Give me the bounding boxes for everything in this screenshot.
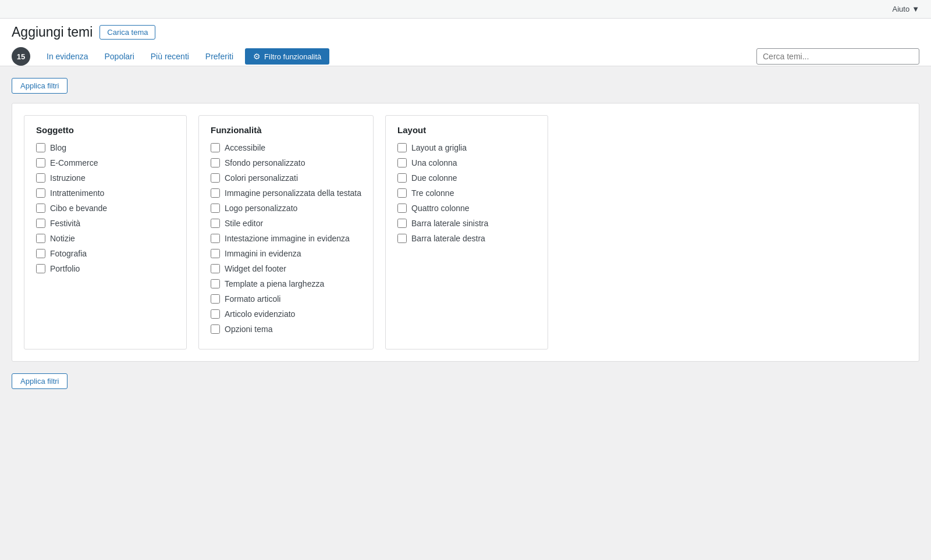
checkbox-due-colonne-label: Due colonne bbox=[411, 173, 457, 183]
checkbox-colori-personalizzati-input[interactable] bbox=[211, 173, 220, 183]
checkbox-intestazione-immagine-input[interactable] bbox=[211, 234, 220, 243]
checkbox-template-piena-larghezza-input[interactable] bbox=[211, 279, 220, 288]
apply-filters-bottom-button[interactable]: Applica filtri bbox=[12, 373, 67, 389]
apply-filters-top-button[interactable]: Applica filtri bbox=[12, 78, 67, 94]
checkbox-barra-laterale-sinistra-input[interactable] bbox=[397, 219, 407, 228]
tabs-row: 15 In evidenza Popolari Più recenti Pref… bbox=[12, 47, 919, 66]
checkbox-tre-colonne-input[interactable] bbox=[397, 188, 407, 198]
checkbox-cibo-bevande-label: Cibo e bevande bbox=[50, 204, 107, 213]
checkbox-stile-editor[interactable]: Stile editor bbox=[211, 219, 361, 228]
checkbox-ecommerce-label: E-Commerce bbox=[50, 158, 98, 167]
checkbox-istruzione-label: Istruzione bbox=[50, 173, 86, 183]
checkbox-ecommerce-input[interactable] bbox=[36, 158, 45, 167]
checkbox-intrattenimento[interactable]: Intrattenimento bbox=[36, 188, 175, 198]
checkbox-blog-input[interactable] bbox=[36, 143, 45, 152]
checkbox-widget-footer-label: Widget del footer bbox=[225, 264, 286, 273]
checkbox-una-colonna-label: Una colonna bbox=[411, 158, 457, 167]
checkbox-tre-colonne-label: Tre colonne bbox=[411, 188, 454, 198]
checkbox-logo-personalizzato-label: Logo personalizzato bbox=[225, 204, 297, 213]
checkbox-opzioni-tema[interactable]: Opzioni tema bbox=[211, 324, 361, 334]
checkbox-accessibile-label: Accessibile bbox=[225, 143, 265, 152]
checkbox-portfolio[interactable]: Portfolio bbox=[36, 264, 175, 273]
checkbox-blog[interactable]: Blog bbox=[36, 143, 175, 152]
checkbox-colori-personalizzati[interactable]: Colori personalizzati bbox=[211, 173, 361, 183]
carica-tema-button[interactable]: Carica tema bbox=[100, 25, 155, 40]
checkbox-festivita-input[interactable] bbox=[36, 219, 45, 228]
checkbox-barra-laterale-destra-input[interactable] bbox=[397, 234, 407, 243]
checkbox-barra-laterale-sinistra[interactable]: Barra laterale sinistra bbox=[397, 219, 536, 228]
checkbox-sfondo-personalizzato[interactable]: Sfondo personalizzato bbox=[211, 158, 361, 167]
tab-in-evidenza[interactable]: In evidenza bbox=[40, 47, 95, 67]
checkbox-fotografia[interactable]: Fotografia bbox=[36, 249, 175, 258]
funzionalita-title: Funzionalità bbox=[211, 125, 361, 135]
page-title-row: Aggiungi temi Carica tema bbox=[12, 24, 919, 47]
main-content: Applica filtri Soggetto Blog E-Commerce … bbox=[0, 66, 931, 410]
checkbox-due-colonne-input[interactable] bbox=[397, 173, 407, 183]
checkbox-istruzione[interactable]: Istruzione bbox=[36, 173, 175, 183]
filter-section-funzionalita: Funzionalità Accessibile Sfondo personal… bbox=[198, 115, 374, 349]
checkbox-layout-griglia-input[interactable] bbox=[397, 143, 407, 152]
checkbox-portfolio-label: Portfolio bbox=[50, 264, 80, 273]
checkbox-quattro-colonne[interactable]: Quattro colonne bbox=[397, 204, 536, 213]
tab-popolari[interactable]: Popolari bbox=[98, 47, 141, 67]
checkbox-una-colonna[interactable]: Una colonna bbox=[397, 158, 536, 167]
checkbox-barra-laterale-destra-label: Barra laterale destra bbox=[411, 234, 485, 243]
checkbox-immagine-testata[interactable]: Immagine personalizzata della testata bbox=[211, 188, 361, 198]
checkbox-formato-articoli-input[interactable] bbox=[211, 294, 220, 304]
checkbox-notizie[interactable]: Notizie bbox=[36, 234, 175, 243]
checkbox-articolo-evidenziato[interactable]: Articolo evidenziato bbox=[211, 309, 361, 319]
checkbox-intrattenimento-label: Intrattenimento bbox=[50, 188, 104, 198]
checkbox-quattro-colonne-input[interactable] bbox=[397, 204, 407, 213]
checkbox-articolo-evidenziato-input[interactable] bbox=[211, 309, 220, 319]
aiuto-button[interactable]: Aiuto ▼ bbox=[892, 5, 919, 13]
checkbox-tre-colonne[interactable]: Tre colonne bbox=[397, 188, 536, 198]
checkbox-immagine-testata-label: Immagine personalizzata della testata bbox=[225, 188, 361, 198]
checkbox-intrattenimento-input[interactable] bbox=[36, 188, 45, 198]
checkbox-accessibile[interactable]: Accessibile bbox=[211, 143, 361, 152]
checkbox-template-piena-larghezza-label: Template a piena larghezza bbox=[225, 279, 324, 288]
filtro-label: Filtro funzionalità bbox=[264, 52, 321, 61]
checkbox-istruzione-input[interactable] bbox=[36, 173, 45, 183]
checkbox-opzioni-tema-input[interactable] bbox=[211, 324, 220, 334]
checkbox-intestazione-immagine-label: Intestazione immagine in evidenza bbox=[225, 234, 350, 243]
checkbox-ecommerce[interactable]: E-Commerce bbox=[36, 158, 175, 167]
checkbox-cibo-bevande-input[interactable] bbox=[36, 204, 45, 213]
checkbox-una-colonna-input[interactable] bbox=[397, 158, 407, 167]
checkbox-articolo-evidenziato-label: Articolo evidenziato bbox=[225, 309, 295, 319]
page-title: Aggiungi temi bbox=[12, 24, 93, 40]
checkbox-notizie-label: Notizie bbox=[50, 234, 75, 243]
aiuto-label: Aiuto bbox=[892, 5, 909, 13]
search-input[interactable] bbox=[756, 48, 919, 65]
checkbox-due-colonne[interactable]: Due colonne bbox=[397, 173, 536, 183]
gear-icon: ⚙ bbox=[253, 52, 261, 61]
top-bar: Aiuto ▼ bbox=[0, 0, 931, 19]
checkbox-layout-griglia[interactable]: Layout a griglia bbox=[397, 143, 536, 152]
checkbox-intestazione-immagine[interactable]: Intestazione immagine in evidenza bbox=[211, 234, 361, 243]
checkbox-fotografia-input[interactable] bbox=[36, 249, 45, 258]
checkbox-portfolio-input[interactable] bbox=[36, 264, 45, 273]
checkbox-accessibile-input[interactable] bbox=[211, 143, 220, 152]
filter-section-soggetto: Soggetto Blog E-Commerce Istruzione Intr… bbox=[24, 115, 187, 349]
checkbox-immagini-evidenza-input[interactable] bbox=[211, 249, 220, 258]
tab-preferiti[interactable]: Preferiti bbox=[198, 47, 240, 67]
filter-section-layout: Layout Layout a griglia Una colonna Due … bbox=[385, 115, 548, 349]
checkbox-barra-laterale-sinistra-label: Barra laterale sinistra bbox=[411, 219, 488, 228]
checkbox-sfondo-personalizzato-input[interactable] bbox=[211, 158, 220, 167]
checkbox-logo-personalizzato[interactable]: Logo personalizzato bbox=[211, 204, 361, 213]
checkbox-template-piena-larghezza[interactable]: Template a piena larghezza bbox=[211, 279, 361, 288]
checkbox-festivita-label: Festività bbox=[50, 219, 80, 228]
checkbox-cibo-bevande[interactable]: Cibo e bevande bbox=[36, 204, 175, 213]
checkbox-stile-editor-input[interactable] bbox=[211, 219, 220, 228]
checkbox-widget-footer[interactable]: Widget del footer bbox=[211, 264, 361, 273]
checkbox-notizie-input[interactable] bbox=[36, 234, 45, 243]
checkbox-festivita[interactable]: Festività bbox=[36, 219, 175, 228]
checkbox-formato-articoli[interactable]: Formato articoli bbox=[211, 294, 361, 304]
checkbox-quattro-colonne-label: Quattro colonne bbox=[411, 204, 470, 213]
checkbox-widget-footer-input[interactable] bbox=[211, 264, 220, 273]
tab-piu-recenti[interactable]: Più recenti bbox=[144, 47, 196, 67]
checkbox-logo-personalizzato-input[interactable] bbox=[211, 204, 220, 213]
checkbox-barra-laterale-destra[interactable]: Barra laterale destra bbox=[397, 234, 536, 243]
checkbox-immagine-testata-input[interactable] bbox=[211, 188, 220, 198]
checkbox-immagini-evidenza[interactable]: Immagini in evidenza bbox=[211, 249, 361, 258]
filtro-funzionalita-button[interactable]: ⚙ Filtro funzionalità bbox=[245, 48, 329, 65]
